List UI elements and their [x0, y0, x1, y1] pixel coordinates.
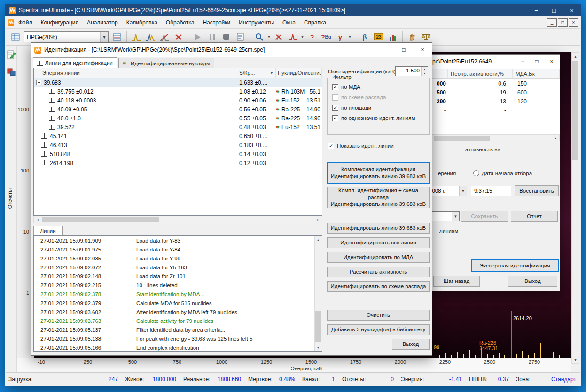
- complex-with-decay-button[interactable]: Компл. идентификация + схема распада Иде…: [327, 187, 430, 208]
- scroll-left-icon[interactable]: ◄: [34, 216, 41, 223]
- maximize-button[interactable]: □: [545, 4, 563, 16]
- identify-line-button[interactable]: Идентифицировать линию 39.683 кэВ: [327, 223, 430, 234]
- identify-by-decay-scheme-button[interactable]: Идентифицировать по схеме распада: [327, 281, 430, 292]
- spectrum-edit-icon[interactable]: [7, 50, 16, 60]
- close-button[interactable]: ×: [563, 4, 581, 16]
- log-row[interactable]: 27-01-2021 15:09:05.137Filter identified…: [34, 325, 322, 334]
- spectrum-colors-icon[interactable]: [7, 67, 16, 77]
- table-row[interactable]: 510.8480.14 ±0.03: [34, 149, 322, 158]
- menu-item[interactable]: Окна: [278, 16, 300, 28]
- scrollbar-thumb[interactable]: [315, 311, 321, 342]
- activity-help-icon[interactable]: ?Bq: [320, 31, 333, 43]
- filter-checkbox[interactable]: ✓по площади: [332, 102, 427, 113]
- table-row[interactable]: 2614.1980.12 ±0.03: [34, 158, 322, 167]
- table-row[interactable]: 39.755 ±0.0121.08 ±0.12♥♥Rh-103M56.1: [34, 87, 322, 96]
- show-identified-lines-checkbox[interactable]: ✓ Показать идент. линии: [328, 141, 394, 151]
- menu-item[interactable]: Файл: [14, 16, 37, 28]
- tab-identified-nuclides[interactable]: ♥♥ Идентифицированные нуклиды: [118, 58, 214, 68]
- pause-acquire-icon[interactable]: [205, 31, 219, 43]
- log-row[interactable]: 27-01-2021 15:09:02.148Load data for Zr-…: [34, 272, 322, 281]
- table-row[interactable]: 40.0 ±1.00.55 ±0.05♥♥Ra-22514.90: [34, 114, 322, 123]
- identify-by-mda-button[interactable]: Идентифицировать по МДА: [327, 252, 430, 263]
- tab-lines-log[interactable]: Линии: [33, 226, 63, 235]
- table-row[interactable]: 45.1410.650 ±0....: [34, 132, 322, 141]
- bg-close-button[interactable]: ×: [544, 55, 560, 69]
- log-row[interactable]: 27-01-2021 15:09:02.035Load data for Y-9…: [34, 254, 322, 263]
- scrollbar-thumb[interactable]: [42, 217, 159, 222]
- table-row[interactable]: 50019600: [426, 88, 560, 97]
- menu-item[interactable]: Калибровка: [122, 16, 162, 28]
- dialog-maximize-button[interactable]: □: [394, 43, 413, 57]
- minimize-button[interactable]: −: [527, 4, 545, 16]
- calculate-activity-button[interactable]: Рассчитать активность: [327, 267, 430, 277]
- zoom-icon[interactable]: [253, 31, 266, 43]
- menu-item[interactable]: Конфигурация: [37, 16, 83, 28]
- log-row[interactable]: 27-01-2021 15:09:01.909Load data for Y-8…: [34, 236, 322, 245]
- table-header[interactable]: Энергия линии S/Кр...▼ Нуклид/Описание: [34, 68, 322, 78]
- expert-identification-button[interactable]: Экспертная идентификация: [471, 259, 559, 272]
- table-horizontal-scrollbar[interactable]: ◄ ►: [33, 216, 322, 223]
- tab-lines-for-identification[interactable]: Линии для идентификации: [33, 57, 117, 68]
- time-input[interactable]: 9:37:15: [471, 186, 511, 196]
- menu-item[interactable]: Анализатор: [83, 16, 122, 28]
- identification-window-input[interactable]: 1.500 ▲▼: [395, 66, 428, 76]
- start-date-radio[interactable]: [473, 170, 479, 176]
- table-row[interactable]: 39.6831.633 ±0....: [34, 78, 322, 87]
- detector-list-icon[interactable]: [110, 31, 124, 43]
- mdi-minimize-button[interactable]: _: [547, 18, 557, 27]
- scrollbar-thumb[interactable]: [434, 136, 490, 141]
- log-row[interactable]: 27-01-2021 15:09:02.072Load data for Yb-…: [34, 263, 322, 272]
- scroll-down-icon[interactable]: ▼: [572, 356, 579, 363]
- beta-icon[interactable]: β: [358, 31, 371, 43]
- table-row[interactable]: 40.118 ±0.00030.90 ±0.06♥♥Eu-15213.51: [34, 96, 322, 105]
- column-header-energy[interactable]: Энергия линии: [34, 68, 237, 78]
- dialog-titlebar[interactable]: Идентификация - [C:\LSRM\Work\GP\HPGe(20…: [31, 43, 432, 57]
- log-row[interactable]: 27-01-2021 15:09:01.975Load data for Y-8…: [34, 245, 322, 254]
- save-button[interactable]: Сохранить: [461, 211, 508, 222]
- exit-button[interactable]: Выход: [392, 339, 430, 350]
- add-nuclides-to-library-button[interactable]: Добавить 3 нуклида(ов) в библиотеку: [327, 324, 430, 335]
- zoom-dropdown-icon[interactable]: ▼: [266, 31, 272, 43]
- gamma-dropdown-icon[interactable]: ▼: [347, 31, 352, 43]
- detector-select[interactable]: HPGe(20%) ▼: [24, 31, 109, 42]
- scrollbar-thumb[interactable]: [572, 61, 578, 160]
- table-row[interactable]: 46.4130.183 ±0....: [34, 141, 322, 149]
- table-horizontal-scrollbar[interactable]: ◄ ►: [426, 134, 560, 141]
- log-row[interactable]: 27-01-2021 15:09:02.379Calculate MDA for…: [34, 298, 322, 307]
- peak-reject-icon[interactable]: [158, 31, 171, 43]
- table-row[interactable]: 29013120: [426, 97, 560, 106]
- peak-mark-dropdown-icon[interactable]: ▼: [300, 31, 305, 43]
- column-header-s[interactable]: S/Кр...▼: [237, 68, 276, 78]
- filter-checkbox[interactable]: по схеме распада: [332, 92, 427, 102]
- menu-item[interactable]: Справка: [300, 16, 330, 28]
- log-row[interactable]: 27-01-2021 15:09:03.602After identificat…: [34, 307, 322, 316]
- complex-identification-button[interactable]: Комплексная идентификация Идентифицирова…: [327, 162, 430, 184]
- scroll-up-icon[interactable]: ▲: [572, 53, 579, 60]
- menu-item[interactable]: Обработка: [162, 16, 199, 28]
- log-row[interactable]: 27-01-2021 15:09:02.21510 - lines delete…: [34, 281, 322, 290]
- stop-acquire-icon[interactable]: [219, 31, 233, 43]
- lines-table[interactable]: Энергия линии S/Кр...▼ Нуклид/Описание 3…: [33, 68, 322, 216]
- mdi-close-button[interactable]: ×: [569, 18, 578, 27]
- scales-icon[interactable]: [420, 31, 433, 43]
- histogram-icon[interactable]: [386, 31, 399, 43]
- log-vertical-scrollbar[interactable]: ▲ ▼: [314, 236, 322, 351]
- menu-item[interactable]: Инструменты: [234, 16, 278, 28]
- report-button[interactable]: Отчет: [511, 211, 558, 222]
- log-row[interactable]: 27-01-2021 15:09:05.166End complex ident…: [34, 343, 322, 352]
- peak-delete-icon[interactable]: [172, 31, 185, 43]
- bg-minimize-button[interactable]: −: [516, 55, 530, 69]
- scroll-up-icon[interactable]: ▲: [315, 236, 321, 243]
- collapse-expander-icon[interactable]: [36, 80, 41, 85]
- step-back-button[interactable]: Шаг назад: [433, 276, 480, 287]
- start-acquire-icon[interactable]: [191, 31, 204, 43]
- marker-delete-icon[interactable]: [272, 31, 285, 43]
- filter-checkbox[interactable]: ✓по однозначно идент. линиям: [332, 113, 427, 123]
- menu-item[interactable]: Настройки: [198, 16, 234, 28]
- column-header-nuclide[interactable]: Нуклид/Описание: [276, 68, 322, 78]
- mdi-restore-button[interactable]: □: [558, 18, 568, 27]
- nuclide-23-icon[interactable]: 23: [372, 31, 385, 43]
- titlebar[interactable]: SpectraLineUltimate - [C:\LSRM\Work\GP\H…: [5, 4, 581, 16]
- log-row[interactable]: 27-01-2021 15:09:02.378Start identificat…: [34, 290, 322, 298]
- scroll-right-icon[interactable]: ►: [552, 135, 559, 141]
